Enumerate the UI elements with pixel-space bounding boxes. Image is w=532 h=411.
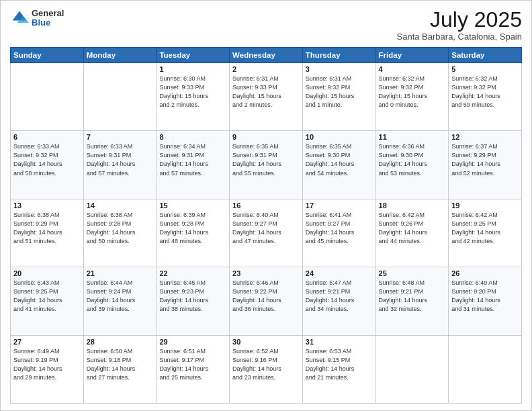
logo-icon [10, 9, 29, 28]
day-info: Sunrise: 6:49 AM Sunset: 9:20 PM Dayligh… [451, 279, 519, 314]
calendar-cell: 31Sunrise: 6:53 AM Sunset: 9:15 PM Dayli… [302, 335, 375, 403]
calendar-cell: 14Sunrise: 6:38 AM Sunset: 9:28 PM Dayli… [83, 199, 157, 267]
location: Santa Barbara, Catalonia, Spain [397, 32, 522, 42]
col-friday: Friday [375, 48, 449, 63]
header: General Blue July 2025 Santa Barbara, Ca… [10, 9, 522, 42]
col-wednesday: Wednesday [230, 48, 303, 63]
day-number: 28 [87, 338, 154, 346]
day-info: Sunrise: 6:42 AM Sunset: 9:25 PM Dayligh… [451, 211, 519, 246]
calendar-cell: 29Sunrise: 6:51 AM Sunset: 9:17 PM Dayli… [157, 335, 230, 403]
col-monday: Monday [83, 48, 157, 63]
day-info: Sunrise: 6:44 AM Sunset: 9:24 PM Dayligh… [87, 279, 154, 314]
day-info: Sunrise: 6:35 AM Sunset: 9:30 PM Dayligh… [306, 142, 373, 177]
day-number: 5 [451, 65, 519, 73]
calendar-cell: 8Sunrise: 6:34 AM Sunset: 9:31 PM Daylig… [157, 131, 230, 199]
calendar-cell: 16Sunrise: 6:40 AM Sunset: 9:27 PM Dayli… [230, 199, 303, 267]
calendar-cell: 1Sunrise: 6:30 AM Sunset: 9:33 PM Daylig… [157, 63, 230, 131]
calendar-cell: 5Sunrise: 6:32 AM Sunset: 9:32 PM Daylig… [449, 63, 522, 131]
calendar-cell [375, 335, 449, 403]
col-thursday: Thursday [302, 48, 375, 63]
day-info: Sunrise: 6:42 AM Sunset: 9:26 PM Dayligh… [379, 211, 446, 246]
col-tuesday: Tuesday [157, 48, 230, 63]
day-number: 22 [159, 269, 226, 277]
day-number: 18 [379, 201, 446, 210]
calendar-cell: 15Sunrise: 6:39 AM Sunset: 9:28 PM Dayli… [157, 199, 230, 267]
day-info: Sunrise: 6:46 AM Sunset: 9:22 PM Dayligh… [232, 279, 300, 314]
logo-blue-text: Blue [32, 18, 64, 28]
day-info: Sunrise: 6:36 AM Sunset: 9:30 PM Dayligh… [379, 142, 446, 177]
day-info: Sunrise: 6:33 AM Sunset: 9:32 PM Dayligh… [13, 142, 81, 177]
day-number: 27 [13, 338, 81, 346]
logo: General Blue [10, 9, 64, 28]
day-number: 3 [306, 65, 373, 73]
day-info: Sunrise: 6:43 AM Sunset: 9:25 PM Dayligh… [13, 279, 81, 314]
calendar-week-row: 27Sunrise: 6:49 AM Sunset: 9:19 PM Dayli… [11, 335, 522, 403]
calendar-week-row: 1Sunrise: 6:30 AM Sunset: 9:33 PM Daylig… [11, 63, 522, 131]
day-number: 23 [232, 269, 300, 277]
day-number: 10 [306, 133, 373, 141]
day-info: Sunrise: 6:45 AM Sunset: 9:23 PM Dayligh… [159, 279, 226, 314]
day-number: 24 [306, 269, 373, 277]
calendar-cell: 18Sunrise: 6:42 AM Sunset: 9:26 PM Dayli… [375, 199, 449, 267]
day-number: 26 [451, 269, 519, 277]
day-info: Sunrise: 6:35 AM Sunset: 9:31 PM Dayligh… [232, 142, 300, 177]
calendar-cell: 17Sunrise: 6:41 AM Sunset: 9:27 PM Dayli… [302, 199, 375, 267]
calendar-table: Sunday Monday Tuesday Wednesday Thursday… [10, 47, 522, 404]
day-number: 15 [159, 201, 226, 210]
day-number: 14 [87, 201, 154, 210]
calendar-cell: 12Sunrise: 6:37 AM Sunset: 9:29 PM Dayli… [449, 131, 522, 199]
calendar-week-row: 6Sunrise: 6:33 AM Sunset: 9:32 PM Daylig… [11, 131, 522, 199]
calendar-cell: 23Sunrise: 6:46 AM Sunset: 9:22 PM Dayli… [230, 267, 303, 335]
day-info: Sunrise: 6:33 AM Sunset: 9:31 PM Dayligh… [87, 142, 154, 177]
day-info: Sunrise: 6:31 AM Sunset: 9:33 PM Dayligh… [232, 75, 300, 109]
calendar-cell: 24Sunrise: 6:47 AM Sunset: 9:21 PM Dayli… [302, 267, 375, 335]
day-info: Sunrise: 6:52 AM Sunset: 9:16 PM Dayligh… [232, 347, 300, 382]
day-number: 4 [379, 65, 446, 73]
calendar-cell: 10Sunrise: 6:35 AM Sunset: 9:30 PM Dayli… [302, 131, 375, 199]
day-number: 16 [232, 201, 300, 210]
calendar-cell [11, 63, 84, 131]
calendar-cell: 19Sunrise: 6:42 AM Sunset: 9:25 PM Dayli… [449, 199, 522, 267]
calendar-cell: 28Sunrise: 6:50 AM Sunset: 9:18 PM Dayli… [83, 335, 157, 403]
calendar-cell: 27Sunrise: 6:49 AM Sunset: 9:19 PM Dayli… [11, 335, 84, 403]
day-number: 17 [306, 201, 373, 210]
day-info: Sunrise: 6:51 AM Sunset: 9:17 PM Dayligh… [159, 347, 226, 382]
logo-text: General Blue [32, 9, 64, 28]
calendar-cell: 22Sunrise: 6:45 AM Sunset: 9:23 PM Dayli… [157, 267, 230, 335]
calendar-header-row: Sunday Monday Tuesday Wednesday Thursday… [11, 48, 522, 63]
day-info: Sunrise: 6:40 AM Sunset: 9:27 PM Dayligh… [232, 211, 300, 246]
calendar-week-row: 20Sunrise: 6:43 AM Sunset: 9:25 PM Dayli… [11, 267, 522, 335]
day-number: 13 [13, 201, 81, 210]
calendar-cell: 7Sunrise: 6:33 AM Sunset: 9:31 PM Daylig… [83, 131, 157, 199]
calendar-cell: 3Sunrise: 6:31 AM Sunset: 9:32 PM Daylig… [302, 63, 375, 131]
calendar-cell: 26Sunrise: 6:49 AM Sunset: 9:20 PM Dayli… [449, 267, 522, 335]
day-number: 19 [451, 201, 519, 210]
col-sunday: Sunday [11, 48, 84, 63]
title-block: July 2025 Santa Barbara, Catalonia, Spai… [397, 9, 522, 42]
day-info: Sunrise: 6:38 AM Sunset: 9:28 PM Dayligh… [87, 211, 154, 246]
day-number: 29 [159, 338, 226, 346]
calendar-cell [449, 335, 522, 403]
day-number: 30 [232, 338, 300, 346]
day-number: 7 [87, 133, 154, 141]
col-saturday: Saturday [449, 48, 522, 63]
day-number: 8 [159, 133, 226, 141]
day-info: Sunrise: 6:32 AM Sunset: 9:32 PM Dayligh… [451, 75, 519, 109]
calendar-cell: 4Sunrise: 6:32 AM Sunset: 9:32 PM Daylig… [375, 63, 449, 131]
day-number: 25 [379, 269, 446, 277]
calendar-cell [83, 63, 157, 131]
day-number: 1 [159, 65, 226, 73]
logo-general-text: General [32, 9, 64, 18]
day-info: Sunrise: 6:37 AM Sunset: 9:29 PM Dayligh… [451, 142, 519, 177]
day-info: Sunrise: 6:38 AM Sunset: 9:29 PM Dayligh… [13, 211, 81, 246]
day-info: Sunrise: 6:30 AM Sunset: 9:33 PM Dayligh… [159, 75, 226, 109]
calendar-cell: 25Sunrise: 6:48 AM Sunset: 9:21 PM Dayli… [375, 267, 449, 335]
day-info: Sunrise: 6:53 AM Sunset: 9:15 PM Dayligh… [306, 347, 373, 382]
day-number: 9 [232, 133, 300, 141]
calendar-cell: 20Sunrise: 6:43 AM Sunset: 9:25 PM Dayli… [11, 267, 84, 335]
day-number: 21 [87, 269, 154, 277]
day-info: Sunrise: 6:41 AM Sunset: 9:27 PM Dayligh… [306, 211, 373, 246]
day-number: 2 [232, 65, 300, 73]
day-info: Sunrise: 6:47 AM Sunset: 9:21 PM Dayligh… [306, 279, 373, 314]
day-number: 12 [451, 133, 519, 141]
